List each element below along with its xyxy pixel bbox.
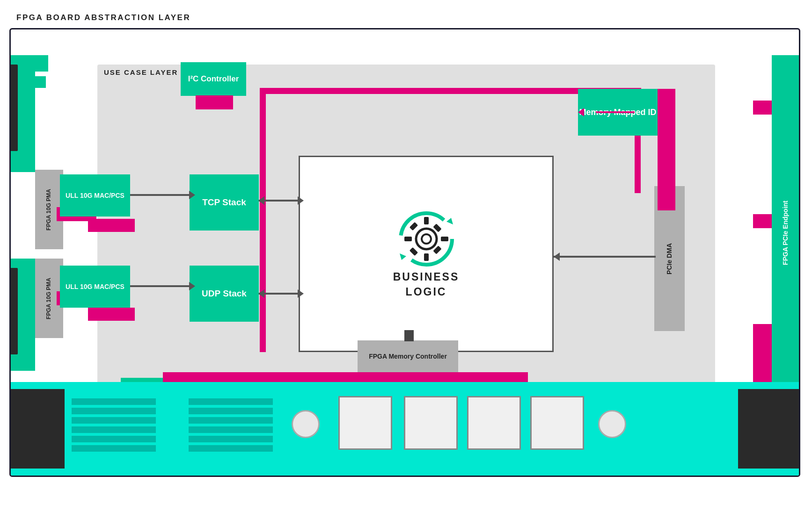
chip-2 xyxy=(404,396,458,450)
arrow-udp-right xyxy=(259,293,300,295)
tcp-stack: TCP Stack xyxy=(190,174,259,231)
green-left-connector-top xyxy=(34,55,48,72)
arrow-tcp-right xyxy=(259,200,300,202)
pink-right-outer-top xyxy=(753,101,772,115)
circle-connector-right xyxy=(598,410,626,438)
svg-rect-8 xyxy=(409,222,417,231)
svg-marker-1 xyxy=(446,218,453,224)
pcb-right-block xyxy=(738,389,799,469)
trace-r5 xyxy=(189,436,273,442)
fpga-pcie-endpoint-label: FPGA PCIe Endpoint xyxy=(781,201,790,265)
trace-r1 xyxy=(189,398,273,405)
trace-3 xyxy=(72,417,156,424)
trace-r4 xyxy=(189,426,273,433)
gear-icon xyxy=(396,209,457,269)
svg-rect-6 xyxy=(404,237,412,241)
ull-mac-top-label: ULL 10G MAC/PCS xyxy=(66,191,124,200)
svg-rect-7 xyxy=(441,237,448,241)
svg-rect-5 xyxy=(424,253,429,261)
fpga-memory-controller-label: FPGA Memory Controller xyxy=(369,352,447,361)
ull-mac-bottom-label: ULL 10G MAC/PCS xyxy=(66,282,124,291)
pink-right-outer-bottom xyxy=(753,324,772,389)
chip-3 xyxy=(467,396,521,450)
svg-rect-4 xyxy=(424,217,429,224)
trace-r2 xyxy=(189,408,273,414)
pink-i2c-connector xyxy=(196,95,233,109)
pcb-bottom xyxy=(11,382,799,476)
svg-marker-2 xyxy=(400,253,406,260)
trace-4 xyxy=(72,426,156,433)
trace-r3 xyxy=(189,417,273,424)
arrowhead-udp-left xyxy=(258,289,264,298)
pcb-left-block xyxy=(11,389,65,469)
fpga-pma-bottom-label: FPGA 10G PMA xyxy=(45,278,53,319)
arrowhead-tcp-left xyxy=(258,196,264,205)
arrowhead-tcp-right xyxy=(298,196,304,205)
pcie-dma-label: PCIe DMA xyxy=(665,243,674,274)
chip-1 xyxy=(338,396,392,450)
i2c-controller: I²C Controller xyxy=(181,62,246,96)
trace-1 xyxy=(72,398,156,405)
trace-2 xyxy=(72,408,156,414)
fpga-memory-controller: FPGA Memory Controller xyxy=(358,340,458,372)
business-logic-box: BUSINESSLOGIC xyxy=(299,156,554,352)
trace-6 xyxy=(72,445,156,452)
dark-connector-2 xyxy=(9,268,18,354)
arrow-pcie xyxy=(554,256,656,258)
memory-ctrl-connector xyxy=(404,330,414,341)
fpga-pcie-endpoint: FPGA PCIe Endpoint xyxy=(772,55,799,411)
ull-mac-top: ULL 10G MAC/PCS xyxy=(60,174,130,216)
tcp-stack-label: TCP Stack xyxy=(202,197,246,209)
udp-stack-label: UDP Stack xyxy=(202,288,247,300)
arrowhead-mmid xyxy=(578,108,584,116)
udp-stack: UDP Stack xyxy=(190,266,259,322)
i2c-controller-label: I²C Controller xyxy=(188,74,239,84)
ull-mac-bottom: ULL 10G MAC/PCS xyxy=(60,266,130,308)
arrow-mmid xyxy=(596,111,635,113)
fpga-board-title: FPGA BOARD ABSTRACTION LAYER xyxy=(16,13,190,22)
pink-vertical-left xyxy=(260,88,266,352)
use-case-label: USE CASE LAYER xyxy=(104,68,178,76)
arrow-ull-tcp-top xyxy=(130,194,191,196)
fpga-pma-top-label: FPGA 10G PMA xyxy=(45,189,53,231)
pink-right-outer-mid xyxy=(753,214,772,228)
trace-r6 xyxy=(189,445,273,452)
arrowhead-udp-right xyxy=(298,289,304,298)
pink-ull-top xyxy=(88,219,135,232)
green-left-mid-top xyxy=(34,76,46,88)
svg-point-12 xyxy=(422,234,431,244)
circle-connector xyxy=(292,410,320,438)
arrowhead-pcie-left xyxy=(554,252,560,261)
dark-connector-1 xyxy=(9,65,18,151)
pink-ull-bottom xyxy=(88,308,135,321)
svg-rect-10 xyxy=(409,247,417,256)
chip-4 xyxy=(530,396,584,450)
arrowhead-ull-right xyxy=(189,191,195,199)
business-logic-content: BUSINESSLOGIC xyxy=(300,157,552,351)
arrowhead-ull-udp-right xyxy=(189,282,195,290)
use-case-layer: USE CASE LAYER I²C Controller ULL 10G MA… xyxy=(97,65,715,392)
business-logic-text: BUSINESSLOGIC xyxy=(393,269,460,299)
svg-point-3 xyxy=(416,229,437,249)
arrow-ull-udp-top xyxy=(130,285,191,287)
pink-right-connector xyxy=(658,89,675,210)
trace-5 xyxy=(72,436,156,442)
board-container: FPGA 10G PMA FPGA 10G PMA USE CASE LAYER… xyxy=(9,28,800,477)
